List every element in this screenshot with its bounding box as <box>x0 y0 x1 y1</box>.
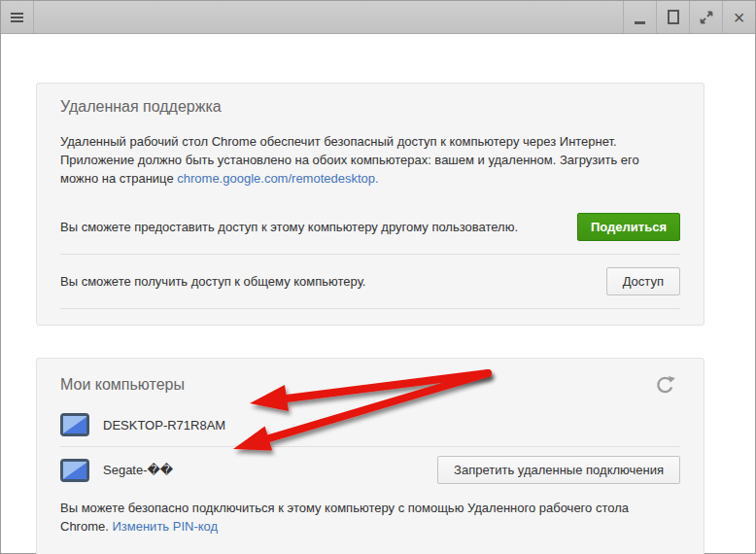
refresh-button[interactable] <box>654 373 676 396</box>
my-computers-header: Мои компьютеры <box>60 359 680 403</box>
titlebar: × <box>1 1 755 34</box>
maximize-button[interactable] <box>656 1 689 33</box>
get-access-text: Вы сможете получить доступ к общему комп… <box>60 274 606 289</box>
change-pin-link[interactable]: Изменить PIN-код <box>112 519 218 534</box>
hamburger-icon <box>11 13 23 22</box>
disable-remote-connections-button[interactable]: Запретить удаленные подключения <box>437 456 680 484</box>
monitor-icon <box>60 413 89 436</box>
close-icon: × <box>734 8 745 27</box>
fullscreen-button[interactable] <box>689 1 722 33</box>
access-button[interactable]: Доступ <box>606 267 680 295</box>
minimize-button[interactable] <box>623 1 656 33</box>
fullscreen-icon <box>700 11 713 24</box>
my-computers-panel: Мои компьютеры DESKTOP-R71R8AM <box>36 358 704 554</box>
menu-button[interactable] <box>1 1 34 33</box>
monitor-icon <box>60 459 89 482</box>
remote-support-title: Удаленная поддержка <box>60 84 680 116</box>
close-button[interactable]: × <box>722 1 755 33</box>
remotedesktop-download-link[interactable]: chrome.google.com/remotedesktop. <box>177 171 378 186</box>
remote-support-panel: Удаленная поддержка Удаленный рабочий ст… <box>36 83 704 326</box>
connect-note: Вы можете безопасно подключиться к этому… <box>60 499 680 536</box>
computer-name: DESKTOP-R71R8AM <box>103 418 680 433</box>
maximize-icon <box>668 10 679 24</box>
share-button[interactable]: Поделиться <box>577 213 680 241</box>
computer-row-desktop[interactable]: DESKTOP-R71R8AM <box>60 403 680 446</box>
share-access-text: Вы сможете предоставить доступ к этому к… <box>60 220 577 234</box>
my-computers-title: Мои компьютеры <box>60 376 654 394</box>
get-access-row: Вы сможете получить доступ к общему комп… <box>60 254 680 309</box>
share-access-row: Вы сможете предоставить доступ к этому к… <box>60 200 680 254</box>
computer-row-segate[interactable]: Segate-�� Запретить удаленные подключени… <box>60 446 680 493</box>
computer-name: Segate-�� <box>103 463 437 477</box>
titlebar-drag-area[interactable] <box>34 1 623 33</box>
minimize-icon <box>635 21 645 24</box>
remote-support-description: Удаленный рабочий стол Chrome обеспечит … <box>60 132 680 188</box>
refresh-icon <box>654 373 676 396</box>
app-window: × Удаленная поддержка Удаленный рабочий … <box>0 0 756 554</box>
